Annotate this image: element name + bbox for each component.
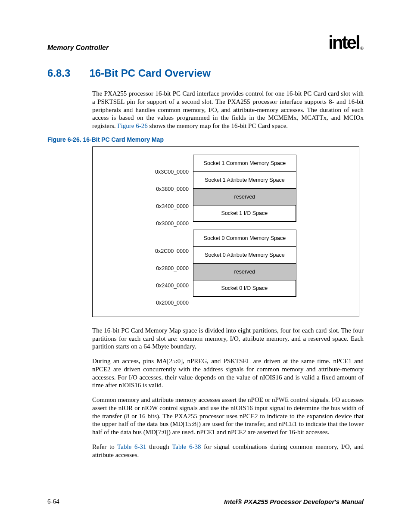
intel-logo: intel ® (328, 34, 364, 52)
registered-icon: ® (360, 46, 364, 51)
text: Refer to (92, 443, 117, 450)
mem-block: Socket 1 Attribute Memory Space (193, 171, 296, 189)
mem-block: Socket 0 I/O Space (193, 280, 296, 297)
link-figure-6-26[interactable]: Figure 6-26 (117, 122, 147, 129)
text: through (146, 443, 172, 450)
section-heading: 6.8.3 16-Bit PC Card Overview (47, 67, 364, 79)
section-title: 16-Bit PC Card Overview (89, 67, 210, 79)
paragraph-intro: The PXA255 processor 16-bit PC Card inte… (92, 90, 364, 130)
paragraph-refer: Refer to Table 6-31 through Table 6-38 f… (92, 443, 364, 459)
page-number: 6-64 (47, 498, 59, 505)
addr-label: 0x2400_0000 (156, 277, 189, 294)
addr-label: 0x3000_0000 (156, 215, 189, 232)
page-footer: 6-64 Intel® PXA255 Processor Developer's… (47, 498, 364, 505)
figure-memory-map: 0x3C00_0000 0x3800_0000 0x3400_0000 0x30… (92, 146, 359, 317)
addr-label: 0x3400_0000 (156, 198, 189, 215)
block-column: Socket 1 Common Memory Space Socket 1 At… (193, 155, 296, 297)
memory-map-diagram: 0x3C00_0000 0x3800_0000 0x3400_0000 0x30… (155, 155, 296, 311)
mem-block: Socket 1 I/O Space (193, 205, 296, 222)
mem-block: Socket 0 Common Memory Space (193, 230, 296, 247)
gap (193, 222, 296, 230)
running-header: Memory Controller intel ® (47, 34, 364, 52)
page: Memory Controller intel ® 6.8.3 16-Bit P… (0, 0, 411, 532)
paragraph: The 16-bit PC Card Memory Map space is d… (92, 327, 364, 351)
link-table-6-38[interactable]: Table 6-38 (172, 443, 201, 450)
logo-text: intel (328, 34, 359, 52)
chapter-title: Memory Controller (47, 44, 109, 52)
text: shows the memory map for the 16-bit PC C… (148, 122, 288, 129)
addr-label: 0x2800_0000 (156, 260, 189, 277)
figure-caption: Figure 6-26. 16-Bit PC Card Memory Map (47, 136, 364, 143)
mem-block: Socket 1 Common Memory Space (193, 155, 296, 172)
mem-block: Socket 0 Attribute Memory Space (193, 246, 296, 264)
paragraph: During an access, pins MA[25:0], nPREG, … (92, 357, 364, 389)
link-table-6-31[interactable]: Table 6-31 (117, 443, 146, 450)
section-number: 6.8.3 (47, 67, 70, 79)
manual-title: Intel® PXA255 Processor Developer's Manu… (224, 498, 364, 505)
addr-label: 0x3C00_0000 (155, 163, 189, 180)
address-column: 0x3C00_0000 0x3800_0000 0x3400_0000 0x30… (155, 155, 193, 311)
paragraph: Common memory and attribute memory acces… (92, 396, 364, 436)
mem-block-reserved: reserved (193, 188, 296, 205)
mem-block-reserved: reserved (193, 263, 296, 280)
addr-label: 0x3800_0000 (156, 180, 189, 198)
addr-label: 0x2C00_0000 (155, 243, 189, 260)
addr-label: 0x2000_0000 (156, 294, 189, 311)
